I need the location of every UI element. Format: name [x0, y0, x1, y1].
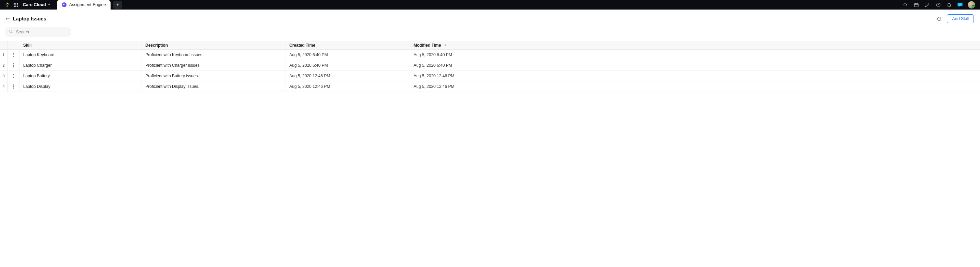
svg-point-14 — [10, 30, 12, 32]
row-index: 4 — [0, 81, 8, 92]
header-skill-label: Skill — [23, 43, 32, 48]
back-button[interactable] — [4, 15, 11, 22]
svg-point-2 — [904, 3, 906, 6]
cell-modified-time: Aug 5, 2020 6:40 PM — [410, 60, 980, 71]
cell-created-time: Aug 5, 2020 6:40 PM — [286, 60, 410, 71]
row-menu-cell — [8, 81, 20, 92]
header-index — [0, 41, 8, 49]
topbar-left: Care Cloud Assignment Engine — [5, 0, 122, 9]
search-box[interactable] — [5, 27, 71, 37]
svg-line-3 — [906, 5, 907, 6]
page-title: Laptop Issues — [13, 16, 46, 21]
add-tab-button[interactable] — [113, 1, 122, 9]
header-row-menu — [8, 41, 20, 49]
search-input[interactable] — [16, 30, 67, 35]
svg-point-9 — [938, 6, 939, 6]
brand-logo-icon[interactable] — [5, 2, 10, 8]
table-row[interactable]: 2Laptop ChargerProficient with Charger i… — [0, 60, 980, 71]
search-icon[interactable] — [902, 2, 908, 8]
cell-modified-time: Aug 5, 2020 6:40 PM — [410, 50, 980, 60]
header-created-time[interactable]: Created Time — [286, 41, 410, 49]
help-icon[interactable] — [935, 2, 941, 8]
cell-description: Proficient with Display issues. — [142, 81, 286, 92]
assignment-engine-icon — [62, 2, 67, 7]
cell-skill: Laptop Battery — [20, 71, 142, 81]
svg-line-15 — [11, 32, 13, 33]
svg-point-10 — [958, 4, 959, 5]
table-row[interactable]: 1Laptop KeyboardProficient with Keyboard… — [0, 50, 980, 60]
sort-descending-icon — [443, 43, 446, 48]
table-row[interactable]: 4Laptop DisplayProficient with Display i… — [0, 81, 980, 92]
chat-icon[interactable] — [957, 2, 963, 8]
header-modified-label: Modified Time — [414, 43, 441, 48]
workspace-switcher[interactable]: Care Cloud — [23, 2, 51, 7]
header-description[interactable]: Description — [142, 41, 286, 49]
row-actions-menu-icon[interactable] — [8, 71, 19, 81]
user-avatar[interactable] — [968, 1, 975, 8]
tab-label: Assignment Engine — [69, 2, 106, 7]
workspace-name-label: Care Cloud — [23, 2, 46, 7]
cell-created-time: Aug 5, 2020 12:46 PM — [286, 81, 410, 92]
table-header-row: Skill Description Created Time Modified … — [0, 41, 980, 50]
cell-description: Proficient with Battery issues. — [142, 71, 286, 81]
cell-skill: Laptop Keyboard — [20, 50, 142, 60]
row-menu-cell — [8, 60, 20, 71]
cell-modified-time: Aug 5, 2020 12:46 PM — [410, 71, 980, 81]
topbar: Care Cloud Assignment Engine — [0, 0, 980, 9]
row-index: 2 — [0, 60, 8, 71]
row-index: 3 — [0, 71, 8, 81]
row-menu-cell — [8, 50, 20, 60]
header-description-label: Description — [145, 43, 168, 48]
tab-strip: Assignment Engine — [57, 0, 123, 9]
header-created-label: Created Time — [290, 43, 315, 48]
row-actions-menu-icon[interactable] — [8, 60, 19, 71]
header-modified-time[interactable]: Modified Time — [410, 41, 980, 49]
tab-assignment-engine[interactable]: Assignment Engine — [57, 0, 111, 9]
svg-rect-4 — [914, 3, 918, 7]
row-actions-menu-icon[interactable] — [8, 81, 19, 92]
add-skill-button[interactable]: Add Skill — [947, 14, 974, 23]
row-menu-cell — [8, 71, 20, 81]
skills-table: Skill Description Created Time Modified … — [0, 41, 980, 92]
cell-skill: Laptop Display — [20, 81, 142, 92]
cell-skill: Laptop Charger — [20, 60, 142, 71]
table-body: 1Laptop KeyboardProficient with Keyboard… — [0, 50, 980, 92]
svg-point-12 — [961, 4, 961, 5]
search-icon — [9, 29, 13, 35]
search-row — [0, 27, 980, 41]
row-index: 1 — [0, 50, 8, 60]
cell-created-time: Aug 5, 2020 12:46 PM — [286, 71, 410, 81]
table-row[interactable]: 3Laptop BatteryProficient with Battery i… — [0, 71, 980, 81]
apps-launcher-icon[interactable] — [14, 3, 18, 7]
page-header: Laptop Issues Add Skill — [0, 9, 980, 27]
notifications-bell-icon[interactable] — [946, 2, 952, 8]
cell-created-time: Aug 5, 2020 6:40 PM — [286, 50, 410, 60]
refresh-button[interactable] — [935, 15, 943, 22]
cell-description: Proficient with Keyboard issues. — [142, 50, 286, 60]
header-skill[interactable]: Skill — [20, 41, 142, 49]
edit-pencil-icon[interactable] — [924, 2, 930, 8]
calendar-icon[interactable] — [913, 2, 919, 8]
chevron-down-icon — [48, 2, 51, 7]
cell-modified-time: Aug 5, 2020 12:46 PM — [410, 81, 980, 92]
topbar-right — [902, 1, 975, 8]
row-actions-menu-icon[interactable] — [8, 50, 19, 60]
cell-description: Proficient with Charger issues. — [142, 60, 286, 71]
svg-point-11 — [959, 4, 960, 5]
